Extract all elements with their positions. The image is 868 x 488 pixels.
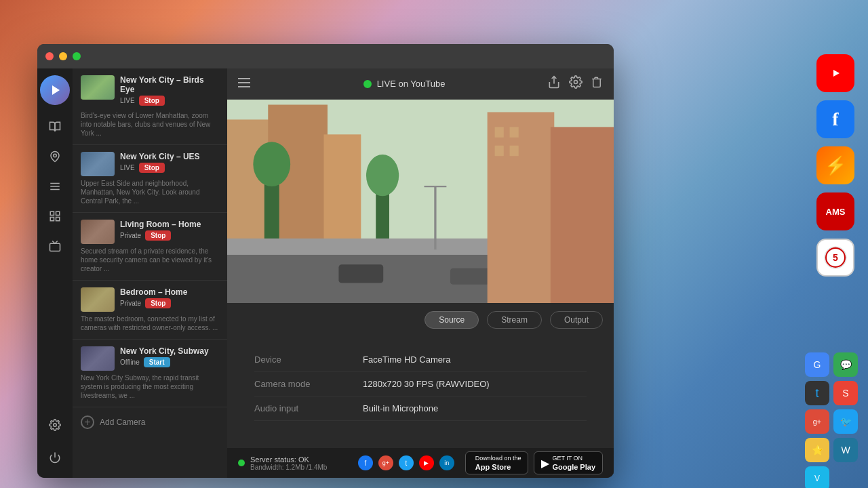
desktop-gplus-icon[interactable]: g+ [805,409,829,434]
app-logo[interactable] [40,75,70,105]
camera-item-nyc-ues[interactable]: New York City – UES LIVE Stop Upper East… [73,145,227,213]
titlebar [37,44,614,68]
minimize-dot[interactable] [59,52,67,60]
camera-name-bedroom: Bedroom – Home [120,287,219,297]
stop-button-nyc-ues[interactable]: Stop [139,163,165,173]
google-play-badge[interactable]: ▶ GET IT ON Google Play [534,451,603,474]
sidebar-item-grid[interactable] [41,203,68,230]
desktop-yellow-icon[interactable]: ⭐ [805,438,829,462]
add-camera-button[interactable]: + Add Camera [73,407,227,437]
social-youtube[interactable]: ▶ [419,455,434,470]
social-twitter[interactable]: t [399,455,414,470]
footer: Server status: OK Bandwidth: 1.2Mb /1.4M… [227,448,614,478]
footer-social: f g+ t ▶ in [358,455,454,470]
camera-item-subway[interactable]: New York City, Subway Offline Start New … [73,340,227,407]
window-body: New York City – Birds Eye LIVE Stop Bird… [37,68,614,478]
close-dot[interactable] [45,52,54,60]
camera-thumb-subway [81,346,115,371]
sidebar-item-book[interactable] [41,113,68,140]
svg-rect-13 [56,218,60,221]
svg-rect-11 [56,211,60,215]
server-status-text: Server status: OK [250,455,327,464]
app-store-name: App Store [475,463,521,471]
desktop-s5-icon[interactable]: 5 [816,239,854,277]
settings-label-audio-input: Audio input [254,403,363,413]
camera-item-nyc-birds-eye[interactable]: New York City – Birds Eye LIVE Stop Bird… [73,68,227,145]
camera-item-living-room[interactable]: Living Room – Home Private Stop Secured … [73,213,227,281]
maximize-dot[interactable] [73,52,81,60]
svg-rect-32 [338,264,383,283]
sidebar-item-tv[interactable] [41,232,68,260]
camera-status-living-room: Private [120,232,141,239]
desktop-icons-small: G 💬 t S g+ 🐦 ⭐ W V [805,352,858,488]
camera-status-subway: Offline [120,359,140,366]
main-content: LIVE on YouTube [227,68,614,478]
social-facebook[interactable]: f [358,455,373,470]
top-bar: LIVE on YouTube [227,68,614,100]
sidebar-item-location[interactable] [41,143,68,170]
sidebar-item-list[interactable] [41,173,68,200]
controls-row: Source Stream Output [227,303,614,337]
desktop-tumblr-icon[interactable]: t [805,381,829,405]
stop-button-bedroom[interactable]: Stop [145,298,171,308]
app-badges: Download on the App Store ▶ GET IT ON Go… [465,451,603,474]
desktop-ams-icon[interactable]: AMS [816,192,854,230]
sidebar-item-settings[interactable] [41,411,68,439]
menu-icon[interactable] [238,78,250,90]
stop-button-nyc-birds-eye[interactable]: Stop [139,96,165,106]
settings-row-audio-input: Audio input Built-in Microphone [254,396,587,421]
svg-rect-14 [50,243,60,251]
svg-rect-10 [50,211,54,215]
camera-desc-living-room: Secured stream of a private residence, t… [81,247,219,273]
social-googleplus[interactable]: g+ [378,455,393,470]
google-play-prefix: GET IT ON [552,455,595,463]
desktop-chat-icon[interactable]: 💬 [833,352,858,377]
server-status-dot [238,460,245,466]
camera-desc-nyc-birds-eye: Bird's-eye view of Lower Manhattan, zoom… [81,111,219,138]
desktop-vimeo-icon[interactable]: V [805,466,829,488]
svg-rect-39 [495,146,504,156]
live-status-dot [363,80,372,88]
live-status-text: LIVE on YouTube [377,79,446,89]
play-icon: ▶ [541,457,549,470]
settings-icon[interactable] [569,75,583,92]
camera-desc-subway: New York City Subway, the rapid transit … [81,373,219,400]
app-store-badge[interactable]: Download on the App Store [465,451,529,474]
svg-rect-12 [50,218,54,221]
app-window: New York City – Birds Eye LIVE Stop Bird… [37,44,614,478]
camera-thumb-bedroom [81,287,115,312]
svg-text:5: 5 [833,252,838,263]
sidebar-item-power[interactable] [41,444,68,471]
camera-status-nyc-ues: LIVE [120,164,135,171]
camera-desc-bedroom: The master bedroom, connected to my list… [81,314,219,332]
desktop-s-icon[interactable]: S [833,381,858,405]
settings-value-audio-input: Built-in Microphone [363,403,438,413]
camera-item-bedroom[interactable]: Bedroom – Home Private Stop The master b… [73,281,227,340]
desktop-facebook-icon[interactable]: f [816,100,854,138]
camera-status-nyc-birds-eye: LIVE [120,97,135,104]
share-icon[interactable] [547,75,561,92]
stop-button-living-room[interactable]: Stop [145,230,171,241]
sidebar [37,68,73,478]
settings-table: Device FaceTime HD Camera Camera mode 12… [227,337,614,448]
tab-output[interactable]: Output [550,311,603,329]
desktop-google-icon[interactable]: G [805,352,829,377]
google-play-name: Google Play [552,463,595,471]
svg-marker-5 [52,85,60,95]
camera-name-subway: New York City, Subway [120,346,219,356]
desktop-wp-icon[interactable]: W [833,438,858,462]
desktop-twitter-icon[interactable]: 🐦 [833,409,858,434]
settings-value-device: FaceTime HD Camera [363,354,451,365]
top-bar-actions [547,75,603,92]
desktop-youtube-icon[interactable] [816,54,854,92]
desktop-thunder-icon[interactable]: ⚡ [816,146,854,184]
start-button-subway[interactable]: Start [144,357,170,367]
social-linkedin[interactable]: in [439,455,454,470]
delete-icon[interactable] [591,75,603,92]
svg-rect-37 [495,127,504,137]
camera-name-living-room: Living Room – Home [120,220,219,229]
tab-source[interactable]: Source [425,311,479,329]
camera-name-nyc-birds-eye: New York City – Birds Eye [120,75,219,94]
add-camera-label: Add Camera [100,418,145,427]
tab-stream[interactable]: Stream [487,311,542,329]
